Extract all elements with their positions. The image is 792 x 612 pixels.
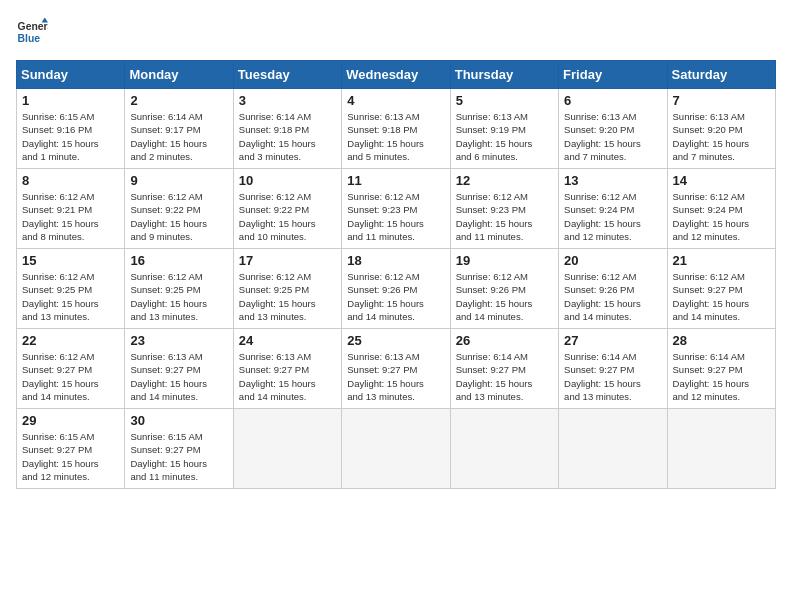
- calendar-cell: 2Sunrise: 6:14 AMSunset: 9:17 PMDaylight…: [125, 89, 233, 169]
- weekday-header-saturday: Saturday: [667, 61, 775, 89]
- calendar-cell: 6Sunrise: 6:13 AMSunset: 9:20 PMDaylight…: [559, 89, 667, 169]
- day-info: Sunrise: 6:12 AMSunset: 9:22 PMDaylight:…: [239, 190, 336, 243]
- calendar-cell: 7Sunrise: 6:13 AMSunset: 9:20 PMDaylight…: [667, 89, 775, 169]
- day-number: 22: [22, 333, 119, 348]
- day-number: 29: [22, 413, 119, 428]
- day-number: 27: [564, 333, 661, 348]
- day-info: Sunrise: 6:12 AMSunset: 9:26 PMDaylight:…: [456, 270, 553, 323]
- calendar-cell: 3Sunrise: 6:14 AMSunset: 9:18 PMDaylight…: [233, 89, 341, 169]
- calendar-cell: 18Sunrise: 6:12 AMSunset: 9:26 PMDayligh…: [342, 249, 450, 329]
- day-number: 20: [564, 253, 661, 268]
- day-number: 25: [347, 333, 444, 348]
- calendar-cell: 26Sunrise: 6:14 AMSunset: 9:27 PMDayligh…: [450, 329, 558, 409]
- calendar-cell: 15Sunrise: 6:12 AMSunset: 9:25 PMDayligh…: [17, 249, 125, 329]
- calendar-cell: 4Sunrise: 6:13 AMSunset: 9:18 PMDaylight…: [342, 89, 450, 169]
- day-number: 11: [347, 173, 444, 188]
- calendar-cell: 14Sunrise: 6:12 AMSunset: 9:24 PMDayligh…: [667, 169, 775, 249]
- weekday-header-sunday: Sunday: [17, 61, 125, 89]
- day-info: Sunrise: 6:15 AMSunset: 9:27 PMDaylight:…: [130, 430, 227, 483]
- day-number: 17: [239, 253, 336, 268]
- calendar-table: SundayMondayTuesdayWednesdayThursdayFrid…: [16, 60, 776, 489]
- svg-text:General: General: [18, 21, 48, 32]
- day-info: Sunrise: 6:12 AMSunset: 9:22 PMDaylight:…: [130, 190, 227, 243]
- calendar-week-1: 1Sunrise: 6:15 AMSunset: 9:16 PMDaylight…: [17, 89, 776, 169]
- day-info: Sunrise: 6:13 AMSunset: 9:27 PMDaylight:…: [239, 350, 336, 403]
- calendar-cell: 20Sunrise: 6:12 AMSunset: 9:26 PMDayligh…: [559, 249, 667, 329]
- day-info: Sunrise: 6:13 AMSunset: 9:20 PMDaylight:…: [673, 110, 770, 163]
- day-number: 23: [130, 333, 227, 348]
- day-number: 10: [239, 173, 336, 188]
- calendar-cell: 8Sunrise: 6:12 AMSunset: 9:21 PMDaylight…: [17, 169, 125, 249]
- calendar-cell: 5Sunrise: 6:13 AMSunset: 9:19 PMDaylight…: [450, 89, 558, 169]
- day-info: Sunrise: 6:13 AMSunset: 9:18 PMDaylight:…: [347, 110, 444, 163]
- day-number: 13: [564, 173, 661, 188]
- day-number: 8: [22, 173, 119, 188]
- day-info: Sunrise: 6:12 AMSunset: 9:27 PMDaylight:…: [673, 270, 770, 323]
- day-info: Sunrise: 6:13 AMSunset: 9:27 PMDaylight:…: [347, 350, 444, 403]
- calendar-week-3: 15Sunrise: 6:12 AMSunset: 9:25 PMDayligh…: [17, 249, 776, 329]
- calendar-cell: 24Sunrise: 6:13 AMSunset: 9:27 PMDayligh…: [233, 329, 341, 409]
- calendar-cell: 10Sunrise: 6:12 AMSunset: 9:22 PMDayligh…: [233, 169, 341, 249]
- day-number: 21: [673, 253, 770, 268]
- day-info: Sunrise: 6:14 AMSunset: 9:27 PMDaylight:…: [456, 350, 553, 403]
- day-info: Sunrise: 6:12 AMSunset: 9:26 PMDaylight:…: [564, 270, 661, 323]
- calendar-cell: 12Sunrise: 6:12 AMSunset: 9:23 PMDayligh…: [450, 169, 558, 249]
- weekday-header-thursday: Thursday: [450, 61, 558, 89]
- day-info: Sunrise: 6:12 AMSunset: 9:24 PMDaylight:…: [564, 190, 661, 243]
- calendar-cell: 19Sunrise: 6:12 AMSunset: 9:26 PMDayligh…: [450, 249, 558, 329]
- day-info: Sunrise: 6:12 AMSunset: 9:24 PMDaylight:…: [673, 190, 770, 243]
- weekday-header-wednesday: Wednesday: [342, 61, 450, 89]
- weekday-header-row: SundayMondayTuesdayWednesdayThursdayFrid…: [17, 61, 776, 89]
- day-number: 5: [456, 93, 553, 108]
- day-number: 2: [130, 93, 227, 108]
- calendar-cell: [233, 409, 341, 489]
- calendar-cell: 13Sunrise: 6:12 AMSunset: 9:24 PMDayligh…: [559, 169, 667, 249]
- calendar-cell: 21Sunrise: 6:12 AMSunset: 9:27 PMDayligh…: [667, 249, 775, 329]
- calendar-week-4: 22Sunrise: 6:12 AMSunset: 9:27 PMDayligh…: [17, 329, 776, 409]
- calendar-cell: 1Sunrise: 6:15 AMSunset: 9:16 PMDaylight…: [17, 89, 125, 169]
- page-header: General Blue: [16, 16, 776, 48]
- calendar-cell: 16Sunrise: 6:12 AMSunset: 9:25 PMDayligh…: [125, 249, 233, 329]
- logo: General Blue: [16, 16, 48, 48]
- calendar-week-2: 8Sunrise: 6:12 AMSunset: 9:21 PMDaylight…: [17, 169, 776, 249]
- svg-text:Blue: Blue: [18, 33, 41, 44]
- day-number: 1: [22, 93, 119, 108]
- day-info: Sunrise: 6:14 AMSunset: 9:17 PMDaylight:…: [130, 110, 227, 163]
- day-number: 4: [347, 93, 444, 108]
- day-number: 26: [456, 333, 553, 348]
- calendar-cell: 23Sunrise: 6:13 AMSunset: 9:27 PMDayligh…: [125, 329, 233, 409]
- day-info: Sunrise: 6:14 AMSunset: 9:18 PMDaylight:…: [239, 110, 336, 163]
- day-info: Sunrise: 6:12 AMSunset: 9:21 PMDaylight:…: [22, 190, 119, 243]
- day-info: Sunrise: 6:14 AMSunset: 9:27 PMDaylight:…: [564, 350, 661, 403]
- day-number: 12: [456, 173, 553, 188]
- day-number: 6: [564, 93, 661, 108]
- calendar-cell: 30Sunrise: 6:15 AMSunset: 9:27 PMDayligh…: [125, 409, 233, 489]
- day-number: 24: [239, 333, 336, 348]
- day-info: Sunrise: 6:12 AMSunset: 9:25 PMDaylight:…: [22, 270, 119, 323]
- day-number: 15: [22, 253, 119, 268]
- day-info: Sunrise: 6:15 AMSunset: 9:27 PMDaylight:…: [22, 430, 119, 483]
- svg-marker-2: [42, 18, 48, 23]
- calendar-cell: [559, 409, 667, 489]
- day-info: Sunrise: 6:12 AMSunset: 9:27 PMDaylight:…: [22, 350, 119, 403]
- weekday-header-monday: Monday: [125, 61, 233, 89]
- calendar-week-5: 29Sunrise: 6:15 AMSunset: 9:27 PMDayligh…: [17, 409, 776, 489]
- logo-icon: General Blue: [16, 16, 48, 48]
- day-number: 30: [130, 413, 227, 428]
- calendar-cell: 27Sunrise: 6:14 AMSunset: 9:27 PMDayligh…: [559, 329, 667, 409]
- day-info: Sunrise: 6:12 AMSunset: 9:23 PMDaylight:…: [456, 190, 553, 243]
- weekday-header-tuesday: Tuesday: [233, 61, 341, 89]
- day-info: Sunrise: 6:13 AMSunset: 9:27 PMDaylight:…: [130, 350, 227, 403]
- day-info: Sunrise: 6:12 AMSunset: 9:25 PMDaylight:…: [130, 270, 227, 323]
- day-number: 3: [239, 93, 336, 108]
- calendar-cell: 17Sunrise: 6:12 AMSunset: 9:25 PMDayligh…: [233, 249, 341, 329]
- day-info: Sunrise: 6:13 AMSunset: 9:19 PMDaylight:…: [456, 110, 553, 163]
- day-number: 14: [673, 173, 770, 188]
- day-info: Sunrise: 6:13 AMSunset: 9:20 PMDaylight:…: [564, 110, 661, 163]
- day-info: Sunrise: 6:12 AMSunset: 9:26 PMDaylight:…: [347, 270, 444, 323]
- weekday-header-friday: Friday: [559, 61, 667, 89]
- calendar-cell: 11Sunrise: 6:12 AMSunset: 9:23 PMDayligh…: [342, 169, 450, 249]
- calendar-cell: 22Sunrise: 6:12 AMSunset: 9:27 PMDayligh…: [17, 329, 125, 409]
- calendar-cell: 25Sunrise: 6:13 AMSunset: 9:27 PMDayligh…: [342, 329, 450, 409]
- calendar-cell: [450, 409, 558, 489]
